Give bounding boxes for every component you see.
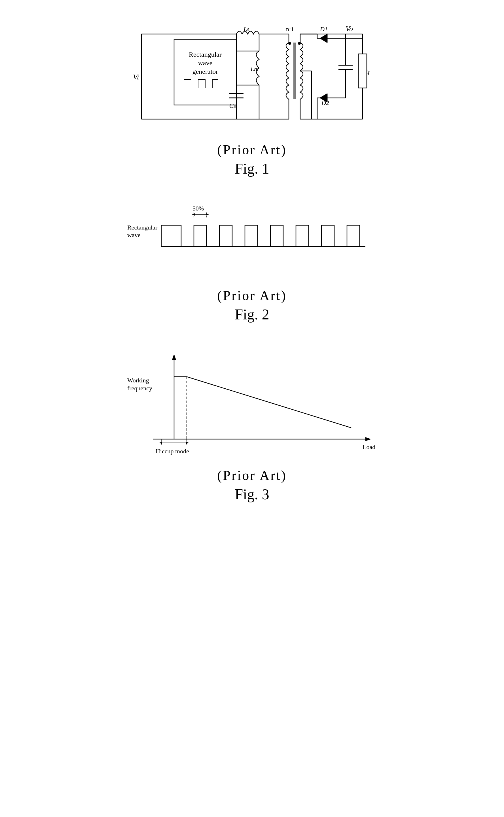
svg-text:Working: Working xyxy=(127,377,149,384)
fig3-prior-art: (Prior Art) xyxy=(217,467,287,483)
svg-marker-77 xyxy=(192,213,195,216)
svg-marker-85 xyxy=(365,437,371,441)
svg-text:Load: Load xyxy=(363,443,375,450)
svg-text:D1: D1 xyxy=(320,26,328,33)
fig2-prior-art: (Prior Art) xyxy=(217,288,287,303)
svg-text:Vo: Vo xyxy=(346,25,353,33)
fig1-diagram: Vi Rectangular wave generator Ls xyxy=(124,17,380,136)
svg-marker-92 xyxy=(186,442,189,444)
svg-text:Rectangular: Rectangular xyxy=(189,51,222,58)
svg-line-95 xyxy=(187,377,351,428)
fig2-label: Fig. 2 xyxy=(235,306,269,323)
svg-marker-40 xyxy=(320,34,327,43)
svg-text:Cs: Cs xyxy=(229,102,236,109)
figure-2-section: Rectangular wave 50% (Prior Art) Fig. 2 xyxy=(23,202,481,326)
svg-rect-64 xyxy=(358,54,367,88)
fig2-diagram: Rectangular wave 50% xyxy=(124,202,380,282)
svg-marker-91 xyxy=(159,442,162,444)
svg-marker-83 xyxy=(172,354,176,360)
svg-text:wave: wave xyxy=(127,232,140,239)
svg-text:wave: wave xyxy=(198,59,213,67)
page-container: Vi Rectangular wave generator Ls xyxy=(0,0,504,545)
svg-text:Hiccup mode: Hiccup mode xyxy=(156,448,189,455)
svg-marker-78 xyxy=(206,213,209,216)
fig1-prior-art: (Prior Art) xyxy=(217,142,287,157)
fig3-label: Fig. 3 xyxy=(235,486,269,503)
figure-3-section: Working frequency Load Hiccup mode xyxy=(23,348,481,505)
svg-text:Vi: Vi xyxy=(133,73,139,81)
svg-text:n:1: n:1 xyxy=(286,26,294,33)
svg-text:generator: generator xyxy=(192,68,218,75)
svg-text:50%: 50% xyxy=(192,205,204,212)
svg-text:Rectangular: Rectangular xyxy=(127,224,158,231)
fig3-diagram: Working frequency Load Hiccup mode xyxy=(124,348,380,462)
svg-text:frequency: frequency xyxy=(127,385,152,392)
figure-1-section: Vi Rectangular wave generator Ls xyxy=(23,17,481,180)
fig1-label: Fig. 1 xyxy=(235,160,269,177)
